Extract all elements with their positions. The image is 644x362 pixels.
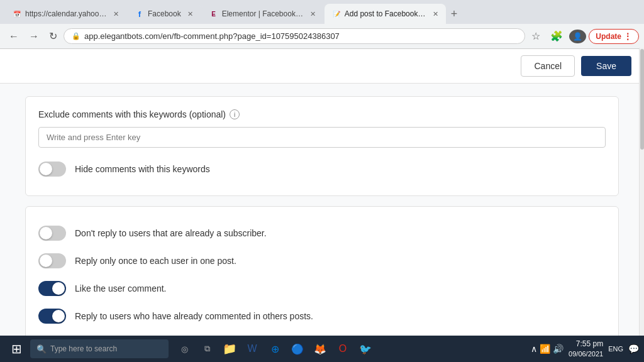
tab-close-facebook[interactable]: ✕ bbox=[187, 10, 193, 18]
tab-close-add-post[interactable]: ✕ bbox=[433, 10, 438, 18]
form-content: Exclude comments with this keywords (opt… bbox=[0, 84, 644, 362]
opera-button[interactable]: O bbox=[332, 338, 353, 359]
windows-icon: ⊞ bbox=[11, 341, 22, 356]
toggle-track-1[interactable] bbox=[38, 253, 66, 268]
hide-keywords-track[interactable] bbox=[38, 162, 66, 177]
extensions-button[interactable]: 🧩 bbox=[547, 28, 567, 45]
nav-bar: ← → ↻ 🔒 app.elegantbots.com/en/fb-commen… bbox=[0, 24, 644, 48]
taskbar-search-icon: 🔍 bbox=[36, 344, 47, 354]
edge-button[interactable]: ⊕ bbox=[264, 338, 286, 359]
wifi-icon[interactable]: 📶 bbox=[540, 344, 550, 354]
tab-close-elementor[interactable]: ✕ bbox=[310, 10, 316, 18]
lang-indicator: ENG bbox=[608, 345, 623, 353]
save-button[interactable]: Save bbox=[581, 56, 631, 76]
toggle-2[interactable] bbox=[38, 281, 66, 296]
chrome-button[interactable]: 🔵 bbox=[287, 338, 308, 359]
taskbar-search-bar[interactable]: 🔍 bbox=[30, 339, 169, 358]
taskbar-right: ∧ 📶 🔊 7:55 pm 09/06/2021 ENG 💬 bbox=[531, 339, 639, 359]
toggle-3[interactable] bbox=[38, 309, 66, 324]
nav-actions: ☆ 🧩 👤 Update ⋮ bbox=[528, 28, 639, 45]
lock-icon: 🔒 bbox=[72, 32, 80, 40]
scrollbar-thumb[interactable] bbox=[640, 49, 644, 150]
address-bar[interactable]: 🔒 app.elegantbots.com/en/fb-comment.php?… bbox=[64, 28, 525, 44]
taskbar-search-input[interactable] bbox=[50, 344, 151, 353]
tab-yahoo-calendar[interactable]: 📅 https://calendar.yahoo.com/?vie... ✕ bbox=[5, 4, 126, 24]
task-view-button[interactable]: ⧉ bbox=[196, 338, 218, 359]
tab-favicon-add-post: 📝 bbox=[332, 9, 341, 18]
volume-icon[interactable]: 🔊 bbox=[553, 344, 564, 354]
toggle-row-0: Don't reply to users that are already a … bbox=[38, 219, 606, 247]
file-explorer-button[interactable]: 📁 bbox=[219, 338, 240, 359]
exclude-keywords-label: Exclude comments with this keywords (opt… bbox=[38, 109, 606, 119]
tab-bar: 📅 https://calendar.yahoo.com/?vie... ✕ f… bbox=[0, 0, 644, 24]
forward-button[interactable]: → bbox=[25, 28, 43, 45]
page-toolbar: Cancel Save bbox=[0, 49, 644, 84]
exclude-info-icon[interactable]: i bbox=[230, 109, 240, 119]
refresh-button[interactable]: ↻ bbox=[45, 28, 61, 45]
bookmark-button[interactable]: ☆ bbox=[528, 28, 544, 45]
toggle-track-0[interactable] bbox=[38, 226, 66, 241]
toggle-row-3: Reply to users who have already commente… bbox=[38, 302, 606, 330]
tab-favicon-yahoo: 📅 bbox=[13, 9, 21, 18]
clock-time: 7:55 pm bbox=[569, 339, 603, 349]
clock-display[interactable]: 7:55 pm 09/06/2021 bbox=[569, 339, 603, 359]
other-button[interactable]: 🐦 bbox=[355, 338, 376, 359]
chevron-up-icon[interactable]: ∧ bbox=[531, 344, 537, 354]
new-tab-button[interactable]: + bbox=[447, 8, 462, 21]
toggle-row-1: Reply only once to each user in one post… bbox=[38, 247, 606, 275]
taskbar: ⊞ 🔍 ◎ ⧉ 📁 W ⊕ 🔵 🦊 O 🐦 ∧ 📶 🔊 7:55 pm 09/0… bbox=[0, 336, 644, 362]
hide-keywords-toggle[interactable] bbox=[38, 162, 66, 177]
clock-date: 09/06/2021 bbox=[569, 349, 603, 359]
toggle-0[interactable] bbox=[38, 226, 66, 241]
toggle-1[interactable] bbox=[38, 253, 66, 268]
word-button[interactable]: W bbox=[242, 338, 263, 359]
toggle-track-3[interactable] bbox=[38, 309, 66, 324]
cortana-button[interactable]: ◎ bbox=[174, 338, 195, 359]
system-tray: ∧ 📶 🔊 bbox=[531, 344, 564, 354]
exclude-keywords-section: Exclude comments with this keywords (opt… bbox=[25, 96, 619, 196]
taskbar-app-icons: ◎ ⧉ 📁 W ⊕ 🔵 🦊 O 🐦 bbox=[174, 338, 376, 359]
tab-favicon-elementor: E bbox=[209, 9, 218, 18]
tab-facebook[interactable]: f Facebook ✕ bbox=[128, 4, 201, 24]
update-button[interactable]: Update ⋮ bbox=[589, 29, 639, 44]
notifications-button[interactable]: 💬 bbox=[628, 344, 639, 354]
toggle-track-2[interactable] bbox=[38, 281, 66, 296]
keyword-input[interactable] bbox=[38, 127, 606, 148]
toggle-row-2: Like the user comment. bbox=[38, 275, 606, 302]
url-text: app.elegantbots.com/en/fb-comment.php?pa… bbox=[84, 31, 340, 41]
tab-close-yahoo[interactable]: ✕ bbox=[113, 10, 119, 18]
tab-add-post[interactable]: 📝 Add post to Facebook comment ✕ bbox=[325, 4, 446, 24]
tab-elementor[interactable]: E Elementor | Facebook Auto Com... ✕ bbox=[202, 4, 323, 24]
start-menu-button[interactable]: ⊞ bbox=[5, 337, 28, 360]
hide-keywords-row: Hide comments with this keywords bbox=[38, 155, 606, 183]
firefox-button[interactable]: 🦊 bbox=[309, 338, 331, 359]
browser-chrome: 📅 https://calendar.yahoo.com/?vie... ✕ f… bbox=[0, 0, 644, 49]
profile-button[interactable]: 👤 bbox=[569, 30, 586, 43]
update-menu-icon: ⋮ bbox=[623, 31, 632, 41]
cancel-button[interactable]: Cancel bbox=[521, 55, 575, 77]
back-button[interactable]: ← bbox=[5, 28, 23, 45]
scrollbar[interactable] bbox=[639, 48, 644, 337]
tab-favicon-facebook: f bbox=[135, 9, 144, 18]
